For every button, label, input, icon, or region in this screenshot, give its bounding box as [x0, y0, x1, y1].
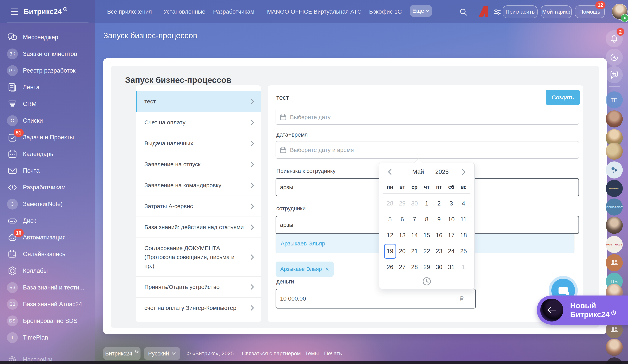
sidebar-item-automation[interactable]: 16 Автоматизация [7, 231, 92, 244]
more-menu-button[interactable]: Еще [410, 5, 432, 17]
language-selector[interactable]: Русский [144, 347, 180, 360]
tab-developers[interactable]: Разработчикам [213, 0, 254, 23]
day-cell[interactable]: 27 [396, 259, 408, 275]
day-cell[interactable]: 28 [384, 196, 396, 212]
footer-themes-link[interactable]: Темы [305, 350, 319, 357]
sidebar-item-lists[interactable]: С Списки [7, 114, 92, 127]
day-cell[interactable]: 10 [445, 212, 457, 227]
day-cell[interactable]: 18 [457, 227, 470, 243]
day-cell[interactable]: 21 [408, 243, 421, 259]
day-cell[interactable]: 9 [433, 212, 445, 227]
tab-all-apps[interactable]: Все приложения [107, 0, 152, 23]
process-item-device[interactable]: Принять/Отдать устройство [136, 276, 261, 297]
sidebar-item-disk[interactable]: Диск [7, 215, 92, 227]
process-item-trip[interactable]: Заявление на командировку [136, 175, 261, 196]
day-cell[interactable]: 6 [396, 212, 408, 227]
sidebar-item-tasks[interactable]: 51 Задачи и Проекты [7, 131, 92, 144]
notifications-bell-button[interactable]: 2 [606, 30, 623, 47]
day-cell[interactable]: 30 [408, 196, 421, 212]
sidebar-item-messenger[interactable]: Мессенджер [7, 31, 92, 43]
chat-avatar-molecule-logo[interactable] [606, 161, 623, 178]
day-cell[interactable]: 5 [384, 212, 396, 227]
next-month-button[interactable] [460, 168, 468, 176]
chat-avatar-person[interactable] [606, 110, 623, 128]
day-cell[interactable]: 4 [457, 196, 470, 212]
time-picker-toggle[interactable] [422, 277, 431, 286]
day-cell[interactable]: 12 [384, 227, 396, 243]
day-cell[interactable]: 11 [457, 212, 470, 227]
day-cell[interactable]: 25 [457, 243, 470, 259]
chat-avatar-tp[interactable]: ТП [606, 91, 623, 108]
search-icon[interactable] [459, 8, 468, 16]
chat-avatar-musthave-logo[interactable]: MUST HAVE [606, 236, 623, 253]
chat-avatar-group[interactable] [606, 254, 623, 271]
status-play-badge[interactable] [621, 14, 628, 22]
day-cell[interactable]: 13 [396, 227, 408, 243]
chat-avatar-specialist-logo[interactable]: СПЕЦИАЛИСТ [606, 199, 623, 216]
day-cell[interactable]: 29 [421, 259, 433, 275]
menu-toggle-button[interactable] [11, 8, 18, 15]
calendar-month[interactable]: Май [412, 168, 424, 175]
new-bitrix24-banner[interactable]: Новый Битрикс24 [537, 295, 628, 325]
footer-brand-button[interactable]: Битрикс24 [103, 347, 141, 360]
day-cell[interactable]: 1 [421, 196, 433, 212]
chat-avatar-person[interactable] [606, 217, 623, 234]
tag-remove-icon[interactable]: × [325, 266, 329, 272]
day-cell[interactable]: 16 [433, 227, 445, 243]
settings-sliders-icon[interactable] [493, 8, 501, 16]
day-cell[interactable]: 22 [421, 243, 433, 259]
day-cell[interactable]: 31 [445, 259, 457, 275]
sidebar-item-feed[interactable]: Лента [7, 81, 92, 93]
day-cell[interactable]: 17 [445, 227, 457, 243]
day-cell[interactable]: 23 [433, 243, 445, 259]
day-cell[interactable]: 2 [433, 196, 445, 212]
chat-avatar-engeo-logo[interactable]: ENGEO [606, 180, 623, 197]
invite-button[interactable]: Пригласить [503, 5, 538, 18]
sidebar-item-collabs[interactable]: Коллабы [7, 265, 92, 277]
tab-installed[interactable]: Установленные [163, 0, 205, 23]
chat-transfer-button[interactable] [606, 66, 623, 83]
sidebar-item-dev-registry[interactable]: РР Реестр разработок [7, 65, 92, 77]
day-cell[interactable]: 14 [408, 227, 421, 243]
sidebar-item-mail[interactable]: Почта [7, 164, 92, 177]
create-button[interactable]: Создать [546, 90, 580, 105]
footer-partner-link[interactable]: Связаться с партнером [242, 350, 301, 357]
sidebar-item-client-requests[interactable]: ЗК Заявки от клиентов [7, 48, 92, 60]
process-item-test[interactable]: тест [136, 91, 261, 112]
date-field[interactable]: Выберите дату [276, 110, 579, 125]
prev-month-button[interactable] [386, 168, 393, 176]
day-cell-selected[interactable]: 19 [384, 243, 396, 259]
day-cell[interactable]: 26 [384, 259, 396, 275]
sidebar-item-calendar[interactable]: Календарь [7, 148, 92, 160]
calendar-year[interactable]: 2025 [424, 168, 460, 175]
market-a-logo[interactable] [476, 4, 491, 19]
day-cell[interactable]: 15 [421, 227, 433, 243]
money-input[interactable]: 10 000,00 ₽ [276, 289, 476, 308]
my-tariff-button[interactable]: Мой тариф [541, 5, 572, 18]
footer-print-link[interactable]: Печать [324, 350, 342, 357]
employee-tag[interactable]: Арзыкаев Эльяр × [276, 262, 334, 277]
datetime-field[interactable]: Выберите дату и время [276, 141, 579, 159]
day-cell[interactable]: 29 [396, 196, 408, 212]
process-item-singer-invoice[interactable]: счет на оплату Зингер-Компьютер [136, 297, 261, 318]
copilot-button[interactable] [606, 49, 623, 66]
sidebar-item-sds-booking[interactable]: БS Бронирование SDS [7, 315, 92, 327]
sidebar-item-kb-testing[interactable]: БЗ База знаний и тести... [7, 281, 92, 294]
day-cell[interactable]: 7 [408, 212, 421, 227]
chat-avatar-dogs[interactable] [606, 143, 623, 160]
process-item-invoice[interactable]: Счет на оплату [136, 112, 261, 133]
tab-backoffice-1c[interactable]: Бэкофис 1С [369, 0, 402, 23]
day-cell[interactable]: 24 [445, 243, 457, 259]
sidebar-item-crm[interactable]: CRM [7, 98, 92, 110]
day-cell[interactable]: 28 [408, 259, 421, 275]
day-cell[interactable]: 1 [457, 259, 470, 275]
sidebar-item-developers[interactable]: Разработчикам [7, 181, 92, 194]
banner-back-button[interactable] [540, 299, 563, 321]
process-item-doc-approval[interactable]: Согласование ДОКУМЕНТА (Протокола совеща… [136, 237, 261, 276]
bitrix24-logo[interactable]: Битрикс24 [24, 0, 67, 23]
sidebar-item-notes[interactable]: 3 Заметки(Note) [7, 198, 92, 210]
sidebar-item-timeplan[interactable]: Т TimePlan [7, 331, 92, 344]
process-item-cash[interactable]: Выдача наличных [136, 133, 261, 154]
chat-avatar-person[interactable] [606, 339, 623, 356]
day-cell[interactable]: 3 [445, 196, 457, 212]
